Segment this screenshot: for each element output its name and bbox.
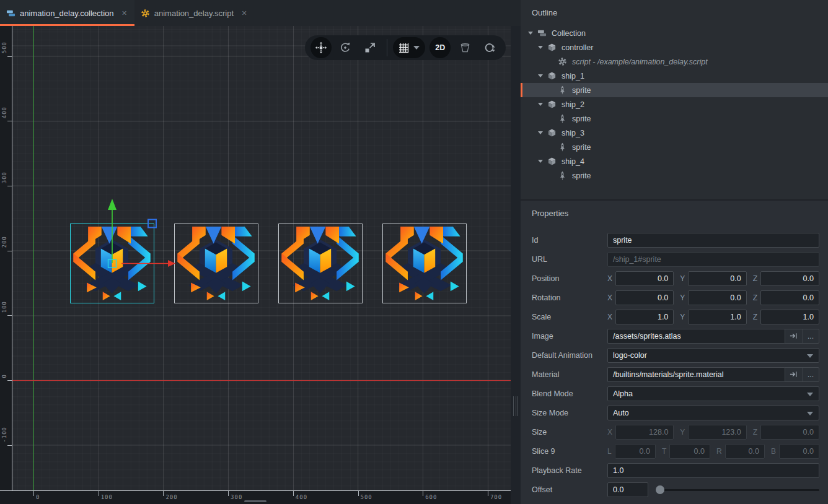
rotation-y-field[interactable]: 0.0 — [688, 290, 746, 305]
slider-thumb[interactable] — [656, 485, 664, 494]
close-icon[interactable]: × — [122, 8, 127, 18]
horizontal-scrollbar-grip[interactable] — [244, 500, 266, 502]
expand-caret-icon[interactable] — [538, 46, 543, 49]
ruler-label: 600 — [425, 494, 437, 500]
offset-slider[interactable] — [656, 482, 819, 497]
ruler-label: 200 — [165, 494, 177, 500]
ruler-tick — [7, 445, 12, 446]
scale-x-field[interactable]: 1.0 — [615, 310, 674, 324]
slice-9-t-field[interactable]: 0.0 — [669, 444, 710, 459]
expand-caret-icon[interactable] — [538, 74, 543, 77]
position-z-field[interactable]: 0.0 — [760, 271, 819, 286]
slice-9-r-field[interactable]: 0.0 — [725, 444, 765, 459]
expand-caret-icon[interactable] — [538, 103, 543, 106]
tab-icon — [141, 9, 150, 18]
tab-label: animation_delay.collection — [20, 9, 114, 18]
chevron-down-icon[interactable] — [413, 46, 420, 50]
blend-mode-dropdown[interactable]: Alpha — [607, 386, 819, 401]
open-resource-button[interactable] — [785, 368, 802, 381]
outline-item-sprite[interactable]: sprite — [521, 83, 828, 97]
expand-caret-icon[interactable] — [528, 32, 533, 35]
rotation-x-field[interactable]: 0.0 — [615, 290, 674, 305]
size-mode-dropdown[interactable]: Auto — [607, 406, 819, 420]
slice-9-b-field[interactable]: 0.0 — [779, 444, 819, 459]
slice-9-l-field[interactable]: 0.0 — [615, 444, 656, 459]
editor-tab-animation_delay.collection[interactable]: animation_delay.collection × — [0, 0, 134, 26]
frustum-culling-button[interactable] — [455, 37, 476, 58]
outline-item-ship_2[interactable]: ship_2 — [521, 97, 828, 111]
ship-sprite-3[interactable] — [278, 224, 363, 303]
scale-y-field[interactable]: 1.0 — [688, 310, 746, 324]
scale-z-field[interactable]: 1.0 — [760, 310, 819, 324]
position-y-field[interactable]: 0.0 — [688, 271, 746, 286]
property-row-material: Material /builtins/materials/sprite.mate… — [521, 365, 828, 384]
url-field[interactable]: /ship_1#sprite — [607, 252, 819, 267]
gameobject-cube-icon — [547, 157, 557, 166]
id-field[interactable]: sprite — [607, 233, 819, 248]
open-resource-button[interactable] — [785, 329, 802, 343]
move-tool-button[interactable] — [310, 37, 332, 58]
refresh-button[interactable] — [479, 37, 500, 58]
outline-item-controller[interactable]: controller — [521, 40, 828, 54]
axis-label-y: Y — [680, 313, 685, 321]
rotate-tool-button[interactable] — [335, 37, 356, 58]
slider-track[interactable] — [661, 489, 819, 491]
expand-caret-icon[interactable] — [538, 131, 543, 134]
sprite-rocket-icon — [558, 142, 567, 152]
outline-item-ship_1[interactable]: ship_1 — [521, 69, 828, 83]
material-resource-field[interactable]: /builtins/materials/sprite.material — [607, 367, 785, 382]
gameobject-cube-icon — [547, 128, 557, 137]
image-resource-field[interactable]: /assets/sprites.atlas — [607, 329, 785, 344]
defold-logo-sprite[interactable] — [384, 225, 464, 302]
defold-logo-sprite[interactable] — [72, 225, 152, 302]
size-y-field[interactable]: 123.0 — [688, 425, 746, 440]
property-row-position: Position X 0.0Y 0.0Z 0.0 — [521, 269, 828, 288]
scale-tool-button[interactable] — [359, 37, 381, 58]
2d-mode-button[interactable]: 2D — [429, 37, 451, 58]
outline-item-sprite[interactable]: sprite — [521, 140, 828, 154]
outline-item-Collection[interactable]: Collection — [521, 26, 828, 40]
outline-item-sprite[interactable]: sprite — [521, 168, 828, 183]
ship-sprite-1-selected[interactable] — [70, 224, 154, 303]
playback rate-field[interactable]: 1.0 — [607, 463, 819, 478]
default-animation-dropdown[interactable]: logo-color — [607, 348, 819, 363]
ship-sprite-4[interactable] — [382, 224, 467, 303]
browse-resource-button[interactable]: ... — [802, 368, 819, 381]
expand-caret-icon[interactable] — [538, 160, 543, 163]
pane-splitter[interactable] — [511, 26, 521, 504]
splitter-grip[interactable] — [513, 396, 518, 416]
close-icon[interactable]: × — [242, 8, 247, 18]
outline-item-label: sprite — [572, 86, 591, 95]
outline-item-label: ship_2 — [562, 100, 584, 109]
outline-item-sprite[interactable]: sprite — [521, 111, 828, 126]
ruler-tick — [7, 315, 12, 316]
ruler-tick — [33, 491, 34, 496]
grid-toggle-button[interactable] — [393, 37, 425, 58]
property-label: Size Mode — [532, 409, 607, 417]
scene-canvas[interactable]: 500 400 300 200 100 0 -100 0 100 200 300… — [0, 26, 511, 504]
editor-tab-animation_delay.script[interactable]: animation_delay.script × — [134, 0, 255, 26]
properties-list: Id spriteURL /ship_1#spritePosition X 0.… — [521, 230, 828, 499]
outline-item-ship_4[interactable]: ship_4 — [521, 154, 828, 168]
defold-logo-sprite[interactable] — [176, 225, 256, 302]
resource-buttons: ... — [785, 367, 819, 382]
size-x-field[interactable]: 128.0 — [615, 425, 674, 440]
rotation-z-field[interactable]: 0.0 — [760, 290, 819, 305]
outline-item-script[interactable]: script - /example/animation_delay.script — [521, 54, 828, 69]
outline-item-label: sprite — [572, 172, 591, 180]
size-z-field[interactable]: 0.0 — [760, 425, 819, 440]
ruler-tick — [7, 56, 12, 57]
outline-item-label: Collection — [552, 29, 586, 38]
outline-item-ship_3[interactable]: ship_3 — [521, 126, 828, 140]
defold-logo-sprite[interactable] — [280, 225, 360, 302]
browse-resource-button[interactable]: ... — [802, 329, 819, 343]
offset-field[interactable]: 0.0 — [607, 482, 648, 497]
scale-icon — [364, 41, 376, 54]
toolbar-divider — [387, 39, 387, 56]
y-axis-line — [33, 26, 34, 490]
position-x-field[interactable]: 0.0 — [615, 271, 674, 286]
axis-label-z: Z — [753, 293, 757, 302]
tab-label: animation_delay.script — [154, 9, 234, 18]
ruler-label: 0 — [1, 374, 7, 378]
ship-sprite-2[interactable] — [174, 224, 258, 303]
